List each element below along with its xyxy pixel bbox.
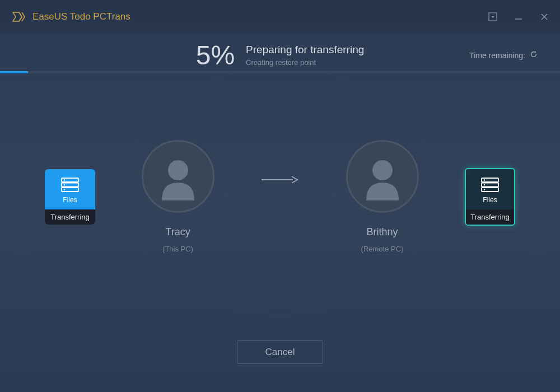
- progress-percent: 5%: [196, 40, 235, 71]
- transfer-row: Files Transferring Tracy (This PC): [0, 140, 560, 253]
- target-pc: Brithny (Remote PC): [346, 140, 419, 253]
- source-pc: Tracy (This PC): [142, 140, 214, 253]
- svg-point-19: [64, 184, 65, 185]
- source-card-status: Transferring: [45, 209, 95, 225]
- source-files-card[interactable]: Files Transferring: [45, 169, 95, 225]
- app-title: EaseUS Todo PCTrans: [32, 11, 130, 22]
- refresh-icon: [530, 50, 538, 60]
- svg-point-21: [64, 189, 65, 190]
- source-card-label: Files: [63, 196, 77, 209]
- status-title: Preparing for transferring: [246, 44, 364, 56]
- dropdown-menu-button[interactable]: [488, 12, 497, 21]
- svg-point-17: [64, 179, 65, 180]
- status-text-block: Preparing for transferring Creating rest…: [246, 44, 364, 67]
- titlebar-left: EaseUS Todo PCTrans: [11, 10, 130, 24]
- titlebar-controls: [488, 12, 549, 21]
- target-files-card[interactable]: Files Transferring: [465, 168, 515, 226]
- transfer-arrow-icon: [260, 174, 300, 219]
- target-avatar-icon: [346, 140, 419, 213]
- transfer-visualization: Files Transferring Tracy (This PC): [0, 73, 560, 320]
- files-icon: [59, 169, 81, 196]
- status-subtitle: Creating restore point: [246, 58, 364, 67]
- footer: Cancel: [0, 340, 560, 364]
- target-card-status: Transferring: [466, 209, 514, 225]
- time-remaining-label: Time remaining:: [469, 51, 525, 60]
- svg-point-24: [372, 160, 393, 180]
- close-button[interactable]: [540, 12, 549, 21]
- titlebar: EaseUS Todo PCTrans: [0, 0, 560, 34]
- minimize-button[interactable]: [514, 12, 523, 21]
- source-avatar-icon: [142, 140, 214, 213]
- target-pc-name: Brithny: [366, 226, 398, 238]
- target-pc-role: (Remote PC): [361, 245, 404, 253]
- svg-point-26: [484, 179, 485, 180]
- target-card-label: Files: [483, 196, 497, 209]
- svg-point-30: [484, 189, 485, 190]
- svg-point-22: [168, 160, 188, 180]
- files-icon: [479, 169, 501, 196]
- svg-point-28: [484, 184, 485, 185]
- app-logo-icon: [11, 10, 26, 24]
- source-pc-name: Tracy: [165, 226, 190, 238]
- time-remaining: Time remaining:: [469, 50, 538, 60]
- source-pc-role: (This PC): [162, 245, 193, 253]
- cancel-button[interactable]: Cancel: [237, 340, 324, 364]
- status-center: 5% Preparing for transferring Creating r…: [196, 40, 365, 71]
- status-header: 5% Preparing for transferring Creating r…: [0, 34, 560, 71]
